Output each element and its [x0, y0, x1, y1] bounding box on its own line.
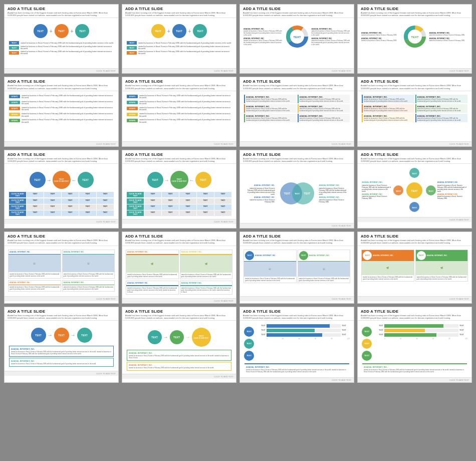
slide-10[interactable]: ADD A TITLE SLIDE Asadal has been runnin…: [122, 150, 236, 228]
slide-5[interactable]: ADD A TITLE SLIDE Asadal has been runnin…: [4, 77, 119, 146]
slide-5-footer[interactable]: CLICK TO ADD TEXT: [5, 141, 118, 146]
table2-row-3: CLICK TO ADD TEXT TEXT TEXT TEXT TEXT TE…: [127, 210, 231, 216]
slide-9-footer[interactable]: CLICK TO ADD TEXT: [5, 219, 118, 224]
bc1-2: TEXT: [244, 339, 254, 349]
step-label-6: STEP1: [127, 95, 138, 98]
step-label-9: STEP4: [127, 113, 138, 116]
slide-10-footer[interactable]: CLICK TO ADD TEXT: [122, 219, 236, 224]
bar-company-2: ASADAL INTERNET, INC. started its busine…: [362, 363, 467, 374]
table2-row-2: CLICK TO ADD TEXT TEXT TEXT TEXT TEXT TE…: [127, 204, 231, 210]
slide-20-footer[interactable]: CLICK TO ADD TEXT: [358, 377, 471, 382]
step-label-4: STEP4: [9, 113, 20, 116]
table-row-3: CLICK TO ADD TEXT TEXT TEXT TEXT TEXT TE…: [9, 210, 114, 216]
slide-15-header: ADD A TITLE SLIDE Asadal has been runnin…: [240, 232, 354, 246]
tr3-5: TEXT: [79, 210, 96, 216]
slide-4[interactable]: ADD A TITLE SLIDE Asadal has been runnin…: [357, 4, 472, 74]
fa1-c1: TEXT: [31, 328, 46, 343]
photo-text-5: started its business in Seoul, Korea in …: [126, 273, 178, 279]
slide-1-header: ADD A TITLE SLIDE Asadal has been runnin…: [5, 5, 118, 18]
pc9-header: TEXT ASADAL INTERNET, INC.: [244, 250, 296, 262]
slide-12-footer[interactable]: CLICK TO ADD TEXT: [358, 217, 471, 222]
company-item-4: ASADAL INTERNET, INC. started its busine…: [312, 38, 351, 46]
slide-12[interactable]: ADD A TITLE SLIDE Asadal has been runnin…: [357, 150, 472, 228]
slide-1-footer[interactable]: CLICK TO ADD TEXT: [5, 68, 118, 73]
tr1-3: TEXT: [44, 198, 61, 204]
slide-7-header: ADD A TITLE SLIDE Asadal has been runnin…: [240, 77, 354, 91]
slide-8[interactable]: ADD A TITLE SLIDE Asadal has been runnin…: [357, 77, 472, 146]
photo-card-12: TEXT ASADAL INTERNET, INC. 🌿 started its…: [415, 250, 468, 282]
venn-right-text: ASADAL INTERNET, INC. started its busine…: [319, 184, 347, 203]
steps-list-1: STEP1 started its business in Seoul, Kor…: [7, 93, 116, 126]
slide-15-footer[interactable]: CLICK TO ADD TEXT: [240, 296, 354, 301]
arrow-circle-2: TEXT CLICK TO ADD TEXT: [53, 171, 71, 189]
text-line-6: started its business in Seoul, Korea in …: [138, 51, 231, 55]
slide-19-footer[interactable]: CLICK TO ADD TEXT: [240, 377, 354, 382]
slide-19[interactable]: ADD A TITLE SLIDE Asadal has been runnin…: [240, 307, 354, 383]
slide-17[interactable]: ADD A TITLE SLIDE Asadal has been runnin…: [4, 307, 119, 383]
slide-6[interactable]: ADD A TITLE SLIDE Asadal has been runnin…: [122, 77, 236, 146]
fa1-arr1: →: [48, 332, 53, 338]
slide-14-footer[interactable]: CLICK TO ADD TEXT: [122, 298, 236, 303]
slide-2[interactable]: ADD A TITLE SLIDE Asadal has been runnin…: [122, 4, 236, 74]
slide-6-footer[interactable]: CLICK TO ADD TEXT: [122, 141, 236, 146]
company-item-1: ASADAL INTERNET, INC. started its busine…: [244, 28, 283, 36]
flow2-company-info: ASADAL INTERNET, INC. started its busine…: [125, 349, 233, 372]
slide-3[interactable]: ADD A TITLE SLIDE Asadal has been runnin…: [240, 4, 354, 74]
slide-14-content: ASADAL INTERNET, INC. 🌿 started its busi…: [122, 246, 236, 298]
slide-18-title: ADD A TITLE SLIDE: [125, 309, 233, 314]
tr1-2: TEXT: [27, 198, 44, 204]
t2r1-3: TEXT: [162, 198, 179, 204]
slide-18[interactable]: ADD A TITLE SLIDE Asadal has been runnin…: [122, 307, 236, 383]
slide-3-footer[interactable]: CLICK TO ADD TEXT: [240, 68, 354, 73]
slide-11[interactable]: ADD A TITLE SLIDE Asadal has been runnin…: [240, 150, 354, 228]
t2r2-2: TEXT: [144, 204, 161, 210]
orbit-right: ASADAL INTERNET, INC. started its busine…: [437, 181, 467, 199]
slide-1[interactable]: ADD A TITLE SLIDE Asadal has been runnin…: [4, 4, 119, 74]
slide-13-footer[interactable]: CLICK TO ADD TEXT: [5, 296, 118, 301]
photo-placeholder-5: 🌿: [126, 255, 178, 273]
info-card-9: ASADAL INTERNET, INC. started its busine…: [362, 104, 414, 113]
slide-14-subtitle: Asadal has been running one of the bigge…: [125, 239, 233, 244]
donut-left: ASADAL INTERNET, INC. started its busine…: [244, 28, 283, 47]
slide-20-content: TEXT TEXT TEXT TEXT TEXT TEXT: [358, 321, 471, 377]
slide-7-footer[interactable]: CLICK TO ADD TEXT: [240, 141, 354, 146]
slide-20[interactable]: ADD A TITLE SLIDE Asadal has been runnin…: [357, 307, 472, 383]
flow2-card-2: ASADAL INTERNET, INC. started its busine…: [127, 362, 231, 371]
slide-15[interactable]: ADD A TITLE SLIDE Asadal has been runnin…: [240, 232, 354, 303]
slide-18-content: TEXT → TEXT → TEXT CLICK TO ADD TEXT ASA…: [122, 321, 236, 374]
step-item-2: STEP2 started its business in Seoul, Kor…: [9, 101, 114, 105]
fa2-c2: TEXT: [170, 330, 184, 344]
svg-text:TEXT: TEXT: [304, 192, 310, 195]
info-card-11: ASADAL INTERNET, INC. started its busine…: [362, 114, 414, 122]
step-text-2: started its business in Seoul, Korea in …: [22, 101, 114, 105]
slide-7-subtitle: Asadal has been running one of the bigge…: [243, 84, 351, 89]
tr2-2: TEXT: [27, 204, 44, 210]
step-item-6: STEP1 started its business in Seoul, Kor…: [127, 95, 231, 99]
photo-cards-3a: TEXT ASADAL INTERNET, INC. 🏢 started its…: [243, 248, 351, 285]
photo-cards-2b: ASADAL INTERNET, INC. started its busine…: [125, 281, 233, 296]
slide-16-footer[interactable]: CLICK TO ADD TEXT: [358, 296, 471, 301]
bar-axis-2: 020406080100: [373, 338, 467, 340]
pc9-img: 🏢: [244, 262, 296, 277]
pc12-header: TEXT ASADAL INTERNET, INC.: [416, 250, 468, 261]
donut-left-2: ASADAL INTERNET, INC. started its busine…: [361, 32, 400, 43]
slide-4-footer[interactable]: CLICK TO ADD TEXT: [358, 68, 471, 73]
slide-11-footer[interactable]: CLICK TO ADD TEXT: [240, 223, 354, 228]
text-line-2: started its business in Seoul, Korea in …: [21, 46, 114, 50]
slide-20-header: ADD A TITLE SLIDE Asadal has been runnin…: [358, 307, 471, 321]
slide-7[interactable]: ADD A TITLE SLIDE Asadal has been runnin…: [240, 77, 354, 146]
slide-16[interactable]: ADD A TITLE SLIDE Asadal has been runnin…: [357, 232, 472, 303]
slide-8-footer[interactable]: CLICK TO ADD TEXT: [358, 141, 471, 146]
slide-9[interactable]: ADD A TITLE SLIDE Asadal has been runnin…: [4, 150, 119, 228]
t2r1-2: TEXT: [144, 198, 161, 204]
step-label-1: STEP1: [9, 95, 20, 98]
slide-2-footer[interactable]: CLICK TO ADD TEXT: [122, 68, 236, 73]
slide-8-content: ASADAL INTERNET, INC. started its busine…: [358, 91, 471, 141]
slide-17-footer[interactable]: CLICK TO ADD TEXT: [5, 371, 118, 376]
slide-14[interactable]: ADD A TITLE SLIDE Asadal has been runnin…: [122, 232, 236, 303]
bar-track-1: [267, 324, 341, 328]
info-card-3: ASADAL INTERNET, INC. started its busine…: [244, 104, 297, 113]
slide-18-footer[interactable]: CLICK TO ADD TEXT: [122, 374, 236, 379]
slide-13[interactable]: ADD A TITLE SLIDE Asadal has been runnin…: [4, 232, 119, 303]
slide-5-subtitle: Asadal has been running one of the bigge…: [8, 84, 115, 89]
